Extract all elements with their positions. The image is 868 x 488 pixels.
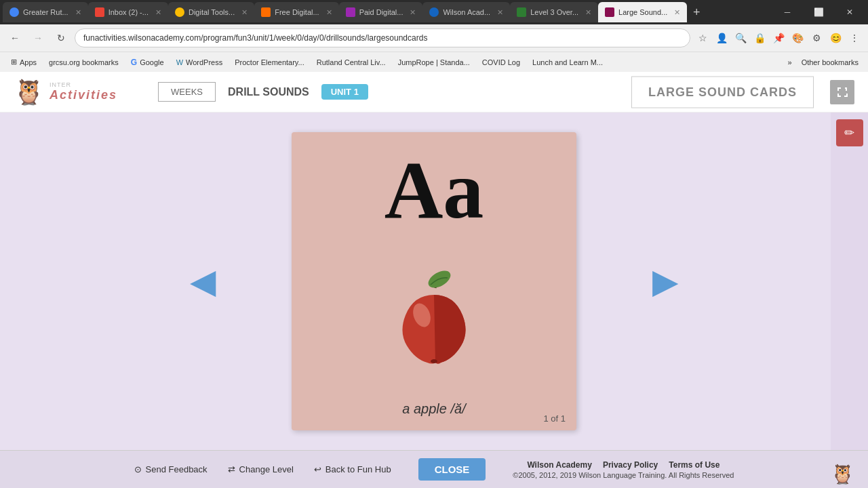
bookmark-label: Apps bbox=[20, 58, 37, 66]
bookmark-apps[interactable]: ⊞ Apps bbox=[5, 56, 42, 68]
tab-close-icon[interactable]: ✕ bbox=[410, 8, 416, 17]
card-letter: Aa bbox=[384, 146, 484, 235]
terms-of-use-link[interactable]: Terms of Use bbox=[669, 460, 719, 470]
extension-icon4[interactable]: 🎨 bbox=[789, 30, 806, 46]
prev-card-button[interactable]: ◀ bbox=[190, 262, 216, 301]
profile-icon[interactable]: 😊 bbox=[827, 30, 844, 46]
tab-favicon bbox=[175, 7, 184, 17]
wp-icon: W bbox=[176, 58, 183, 66]
tab-close-icon[interactable]: ✕ bbox=[674, 8, 680, 17]
bookmark-label: JumpRope | Standa... bbox=[398, 58, 470, 66]
card-counter: 1 of 1 bbox=[543, 413, 566, 424]
change-level-label: Change Level bbox=[239, 464, 294, 474]
bookmark-proctor[interactable]: Proctor Elementary... bbox=[229, 57, 310, 68]
tab-label: Digital Tools... bbox=[189, 8, 235, 16]
tab-favicon bbox=[261, 7, 271, 17]
tab-label: Level 3 Over... bbox=[530, 8, 578, 16]
back-icon: ↩ bbox=[314, 464, 321, 474]
close-window-button[interactable]: ✕ bbox=[834, 0, 865, 24]
bookmark-label: WordPress bbox=[186, 58, 222, 66]
tab-free-digital[interactable]: Free Digital... ✕ bbox=[254, 2, 338, 22]
tab-close-icon[interactable]: ✕ bbox=[241, 8, 248, 17]
tab-level3[interactable]: Level 3 Over... ✕ bbox=[510, 2, 598, 22]
minimize-button[interactable]: ─ bbox=[772, 0, 803, 24]
bookmark-google[interactable]: G Google bbox=[125, 56, 170, 68]
logo-name: Activities bbox=[50, 88, 117, 102]
tab-favicon bbox=[605, 7, 614, 17]
change-level-icon: ⇄ bbox=[228, 464, 235, 474]
extension-icon1[interactable]: 🔍 bbox=[732, 30, 749, 46]
bookmark-label: Google bbox=[140, 58, 163, 66]
tab-close-icon[interactable]: ✕ bbox=[497, 8, 503, 17]
large-sound-cards-button[interactable]: LARGE SOUND CARDS bbox=[631, 76, 814, 108]
tab-inbox[interactable]: Inbox (2) -... ✕ bbox=[88, 2, 168, 22]
maximize-button[interactable]: ⬜ bbox=[803, 0, 834, 24]
mascot-owl-icon: 🦉 bbox=[831, 463, 854, 485]
google-icon: G bbox=[131, 58, 137, 67]
more-bookmarks-button[interactable]: » bbox=[784, 57, 796, 68]
extension-icon5[interactable]: ⚙ bbox=[808, 30, 825, 46]
browser-chrome: Greater Rut... ✕ Inbox (2) -... ✕ Digita… bbox=[0, 0, 868, 72]
bookmark-label: Proctor Elementary... bbox=[235, 58, 304, 66]
forward-button[interactable]: → bbox=[28, 28, 47, 47]
tab-close-icon[interactable]: ✕ bbox=[155, 8, 161, 17]
bookmark-lunch[interactable]: Lunch and Learn M... bbox=[527, 57, 608, 68]
bookmark-covid[interactable]: COVID Log bbox=[477, 57, 526, 68]
account-icon[interactable]: 👤 bbox=[713, 30, 730, 46]
back-button[interactable]: ← bbox=[5, 28, 24, 47]
bookmarks-bar: ⊞ Apps grcsu.org bookmarks G Google W Wo… bbox=[0, 52, 868, 72]
toolbar-icons: ☆ 👤 🔍 🔒 📌 🎨 ⚙ 😊 ⋮ bbox=[694, 30, 863, 46]
bookmark-star-icon[interactable]: ☆ bbox=[694, 30, 711, 46]
fullscreen-button[interactable] bbox=[830, 80, 854, 104]
fullscreen-icon bbox=[836, 86, 848, 98]
tab-favicon bbox=[95, 7, 104, 17]
pencil-tool-button[interactable]: ✏ bbox=[836, 119, 863, 146]
bookmark-rutland[interactable]: Rutland Central Liv... bbox=[311, 57, 391, 68]
owl-mascot-small: 🦉 bbox=[14, 78, 44, 106]
copyright-text: ©2005, 2012, 2019 Wilson Language Traini… bbox=[513, 471, 734, 479]
tab-greater-rut[interactable]: Greater Rut... ✕ bbox=[3, 2, 88, 22]
next-card-button[interactable]: ▶ bbox=[652, 262, 678, 301]
tab-large-sound[interactable]: Large Sound... ✕ bbox=[598, 2, 687, 22]
footer-right-links: Wilson Academy Privacy Policy Terms of U… bbox=[527, 460, 719, 470]
main-area: ◀ Aa bbox=[0, 113, 868, 450]
bookmark-label: grcsu.org bookmarks bbox=[49, 58, 119, 66]
back-to-fun-hub-link[interactable]: ↩ Back to Fun Hub bbox=[314, 464, 391, 474]
change-level-link[interactable]: ⇄ Change Level bbox=[228, 464, 294, 474]
tab-close-icon[interactable]: ✕ bbox=[75, 8, 81, 17]
close-button[interactable]: CLOSE bbox=[418, 458, 486, 481]
logo: 🦉 INTER Activities bbox=[14, 78, 117, 106]
wilson-academy-link[interactable]: Wilson Academy bbox=[527, 460, 591, 470]
new-tab-button[interactable]: + bbox=[687, 3, 706, 22]
drill-sounds-tab[interactable]: DRILL SOUNDS bbox=[216, 82, 321, 102]
bookmark-grcsu[interactable]: grcsu.org bookmarks bbox=[43, 57, 124, 68]
extension-icon2[interactable]: 🔒 bbox=[751, 30, 768, 46]
weeks-tab[interactable]: WEEKS bbox=[158, 82, 216, 102]
unit-badge: UNIT 1 bbox=[321, 84, 368, 100]
tab-label: Free Digital... bbox=[275, 8, 319, 16]
tab-digital-tools[interactable]: Digital Tools... ✕ bbox=[168, 2, 254, 22]
tab-label: Wilson Acad... bbox=[443, 8, 490, 16]
apple-illustration bbox=[380, 264, 488, 373]
extension-icon3[interactable]: 📌 bbox=[770, 30, 787, 46]
tab-label: Greater Rut... bbox=[23, 8, 68, 16]
tab-close-icon[interactable]: ✕ bbox=[585, 8, 591, 17]
bookmark-wordpress[interactable]: W WordPress bbox=[171, 57, 229, 68]
bookmark-label: COVID Log bbox=[482, 58, 520, 66]
address-input[interactable] bbox=[75, 28, 690, 47]
card-image bbox=[380, 242, 488, 394]
tab-favicon bbox=[9, 7, 19, 17]
privacy-policy-link[interactable]: Privacy Policy bbox=[603, 460, 658, 470]
tab-favicon bbox=[429, 7, 439, 17]
send-feedback-link[interactable]: ⊙ Send Feedback bbox=[134, 464, 208, 474]
more-options-icon[interactable]: ⋮ bbox=[846, 30, 863, 46]
tab-wilson-acad[interactable]: Wilson Acad... ✕ bbox=[422, 2, 510, 22]
bookmark-jumprope[interactable]: JumpRope | Standa... bbox=[393, 57, 475, 68]
tab-paid-digital[interactable]: Paid Digital... ✕ bbox=[339, 2, 423, 22]
refresh-button[interactable]: ↻ bbox=[52, 28, 71, 47]
send-feedback-label: Send Feedback bbox=[146, 464, 208, 474]
page-footer: ⊙ Send Feedback ⇄ Change Level ↩ Back to… bbox=[0, 450, 868, 488]
tab-favicon bbox=[346, 7, 355, 17]
tab-close-icon[interactable]: ✕ bbox=[326, 8, 332, 17]
other-bookmarks-label[interactable]: Other bookmarks bbox=[797, 57, 863, 68]
